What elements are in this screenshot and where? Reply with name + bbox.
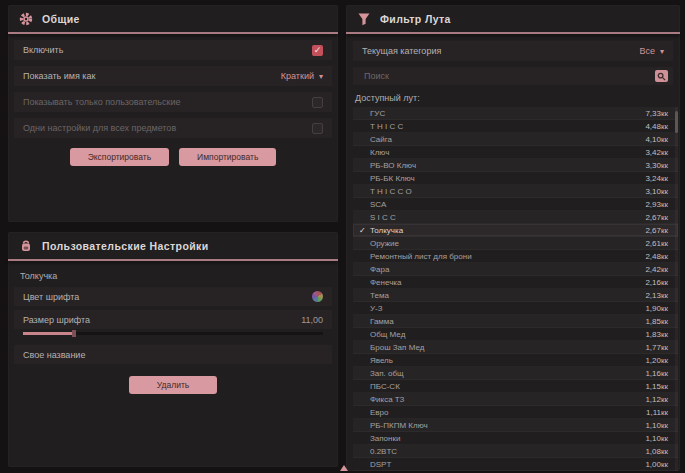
loot-row[interactable]: РБ-ВО Ключ 3,30кк xyxy=(353,159,678,172)
loot-item-name: Гамма xyxy=(370,317,645,326)
backpack-icon xyxy=(19,239,33,253)
loot-item-value: 1,00кк xyxy=(645,460,668,469)
gear-icon xyxy=(19,12,33,26)
loot-row[interactable]: Оружие 2,61кк xyxy=(353,237,678,250)
slider-handle[interactable] xyxy=(72,330,76,337)
loot-row[interactable]: Ремонтный лист для брони 2,48кк xyxy=(353,250,678,263)
loot-row[interactable]: ГУС 7,33кк xyxy=(353,107,678,120)
loot-row[interactable]: Т Н I С С О 3,10кк xyxy=(353,185,678,198)
loot-item-name: Оружие xyxy=(370,239,645,248)
loot-row[interactable]: 0.2BTC 1,08кк xyxy=(353,445,678,458)
loot-item-name: Запонки xyxy=(370,434,645,443)
same-settings-checkbox[interactable] xyxy=(312,123,323,134)
left-column: Общие Включить Показать имя как Краткий … xyxy=(8,5,338,467)
import-button[interactable]: Импортировать xyxy=(179,148,276,166)
loot-item-value: 1,15кк xyxy=(645,382,668,391)
loot-row[interactable]: Ключ 3,42кк xyxy=(353,146,678,159)
loot-row[interactable]: Брош Зап Мед 1,77кк xyxy=(353,341,678,354)
loot-item-value: 1,77кк xyxy=(645,343,668,352)
loot-item-name: РБ-БК Ключ xyxy=(370,174,645,183)
loot-item-value: 1,10кк xyxy=(645,434,668,443)
loot-item-value: 2,42кк xyxy=(645,265,668,274)
loot-item-name: ПБС-СК xyxy=(370,382,645,391)
font-size-row: Размер шрифта 11,00 xyxy=(14,310,332,329)
loot-row[interactable]: Фенечка 2,16кк xyxy=(353,276,678,289)
loot-row[interactable]: DSPT 1,00кк xyxy=(353,458,678,471)
loot-row[interactable]: Т Н I С С 4,48кк xyxy=(353,120,678,133)
loot-row[interactable]: Фикса ТЗ 1,12кк xyxy=(353,393,678,406)
loot-item-name: Ремонтный лист для брони xyxy=(370,252,645,261)
custom-name-row: Свое название xyxy=(14,345,332,364)
delete-row: Удалить xyxy=(8,376,338,394)
scrollbar-thumb[interactable] xyxy=(675,111,678,133)
loot-row[interactable]: ПБС-СК 1,15кк xyxy=(353,380,678,393)
loot-item-value: 1,20кк xyxy=(645,356,668,365)
loot-row[interactable]: S I С С 2,67кк xyxy=(353,211,678,224)
loot-row[interactable]: Гамма 1,85кк xyxy=(353,315,678,328)
selected-item-label: Толкучка xyxy=(20,271,338,281)
loot-row[interactable]: Явель 1,20кк xyxy=(353,354,678,367)
loot-row[interactable]: РБ-БК Ключ 3,24кк xyxy=(353,172,678,185)
loot-row[interactable]: ✓ Толкучка 2,67кк xyxy=(353,224,678,237)
loot-item-value: 4,48кк xyxy=(645,122,668,131)
show-name-value: Краткий xyxy=(281,71,314,81)
custom-name-input[interactable] xyxy=(85,349,323,361)
category-label: Текущая категория xyxy=(362,46,441,56)
only-custom-checkbox[interactable] xyxy=(312,97,323,108)
delete-button[interactable]: Удалить xyxy=(129,376,217,394)
loot-row[interactable]: РБ-ПКПМ Ключ 1,10кк xyxy=(353,419,678,432)
loot-row[interactable]: Общ Мед 1,83кк xyxy=(353,328,678,341)
custom-name-label: Свое название xyxy=(23,350,85,360)
general-panel-title: Общие xyxy=(42,13,80,25)
loot-item-value: 1,08кк xyxy=(645,447,668,456)
loot-row[interactable]: Запонки 1,10кк xyxy=(353,432,678,445)
loot-item-name: Зап. общ xyxy=(370,369,645,378)
color-wheel-icon[interactable] xyxy=(312,291,323,302)
loot-item-value: 4,10кк xyxy=(645,135,668,144)
search-input[interactable] xyxy=(362,70,655,82)
enable-checkbox[interactable] xyxy=(312,45,323,56)
show-name-dropdown[interactable]: Краткий ▾ xyxy=(281,71,323,81)
right-column: Фильтр Лута Текущая категория Все ▾ xyxy=(346,5,680,467)
font-size-slider[interactable] xyxy=(23,332,323,335)
only-custom-row: Показывать только пользовательские xyxy=(14,92,332,112)
loot-row[interactable]: Зап. общ 1,16кк xyxy=(353,367,678,380)
loot-list: ГУС 7,33кк Т Н I С С 4,48кк Сайга 4,10кк… xyxy=(353,107,678,471)
loot-row[interactable]: Фара 2,42кк xyxy=(353,263,678,276)
export-import-row: Экспортировать Импортировать xyxy=(8,148,338,166)
chevron-down-icon: ▾ xyxy=(660,47,664,56)
search-row xyxy=(353,67,673,85)
loot-item-value: 3,42кк xyxy=(645,148,668,157)
enable-label: Включить xyxy=(23,45,63,55)
category-dropdown[interactable]: Все ▾ xyxy=(639,46,664,56)
loot-item-value: 3,24кк xyxy=(645,174,668,183)
loot-item-name: Фара xyxy=(370,265,645,274)
loot-item-name: Явель xyxy=(370,356,645,365)
loot-item-name: Сайга xyxy=(370,135,645,144)
font-color-row: Цвет шрифта xyxy=(14,287,332,306)
loot-item-name: Т Н I С С xyxy=(370,122,645,131)
loot-item-value: 1,10кк xyxy=(645,421,668,430)
resize-handle-icon[interactable] xyxy=(340,465,348,471)
slider-fill xyxy=(23,332,74,335)
loot-item-name: У-З xyxy=(370,304,645,313)
loot-item-value: 2,61кк xyxy=(645,239,668,248)
loot-item-name: Фикса ТЗ xyxy=(370,395,645,404)
loot-item-name: 0.2BTC xyxy=(370,447,645,456)
search-icon[interactable] xyxy=(655,70,668,82)
only-custom-label: Показывать только пользовательские xyxy=(23,97,181,107)
loot-filter-header: Фильтр Лута xyxy=(346,5,680,32)
general-panel: Общие Включить Показать имя как Краткий … xyxy=(8,5,338,222)
loot-item-name: DSPT xyxy=(370,460,645,469)
loot-row[interactable]: Евро 1,11кк xyxy=(353,406,678,419)
scrollbar[interactable] xyxy=(675,107,678,471)
loot-row[interactable]: Тема 2,13кк xyxy=(353,289,678,302)
loot-item-value: 3,30кк xyxy=(645,161,668,170)
loot-row[interactable]: SCA 2,93кк xyxy=(353,198,678,211)
export-button[interactable]: Экспортировать xyxy=(70,148,169,166)
loot-row[interactable]: Сайга 4,10кк xyxy=(353,133,678,146)
loot-row[interactable]: У-З 1,90кк xyxy=(353,302,678,315)
enable-row: Включить xyxy=(14,40,332,60)
loot-item-value: 2,13кк xyxy=(645,291,668,300)
app-window: Общие Включить Показать имя как Краткий … xyxy=(0,0,685,473)
